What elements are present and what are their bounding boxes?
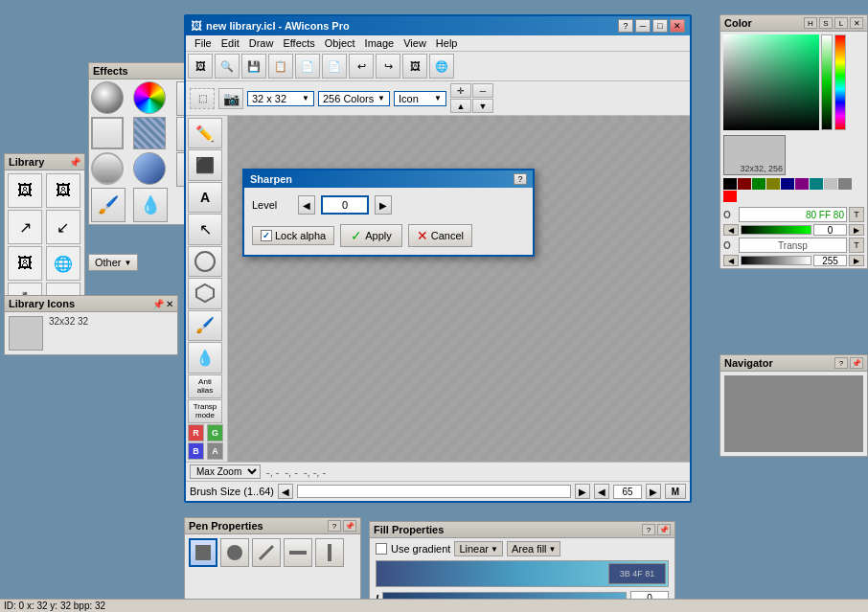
type-dropdown[interactable]: Icon ▼ <box>394 91 446 106</box>
fill-pin-icon[interactable]: 📌 <box>657 524 671 535</box>
swatch-dark-green[interactable] <box>752 178 765 190</box>
tool-fill[interactable]: ⬛ <box>188 149 222 180</box>
channel-r-btn[interactable]: R <box>188 424 204 442</box>
o-btn[interactable]: T <box>849 207 864 222</box>
pen-tool-diagonal[interactable] <box>252 538 281 567</box>
lib-btn-1[interactable]: 🖼 <box>8 173 42 208</box>
level-increment-btn[interactable]: ▶ <box>375 195 392 215</box>
menu-draw[interactable]: Draw <box>244 36 279 50</box>
transp-btn[interactable]: T <box>849 238 864 253</box>
level-decrement-btn[interactable]: ◀ <box>298 195 315 215</box>
lib-icons-close-icon[interactable]: ✕ <box>166 299 173 309</box>
color-btn4[interactable]: ✕ <box>850 17 863 29</box>
brush-m-btn[interactable]: M <box>665 484 686 499</box>
up-arrow-btn[interactable]: ▲ <box>450 99 471 113</box>
toolbar-btn10[interactable]: 🌐 <box>429 54 454 79</box>
tool-anti-alias[interactable]: Antialias <box>188 374 222 398</box>
lib-btn-4[interactable]: ↙ <box>46 210 80 244</box>
swatch-dark-red[interactable] <box>738 178 751 190</box>
effect-btn-1[interactable] <box>91 81 124 114</box>
size-dropdown[interactable]: 32 x 32 ▼ <box>247 91 314 106</box>
o-slider-left-btn[interactable]: ◀ <box>723 224 739 236</box>
tool-hexagon[interactable] <box>188 278 222 308</box>
hue-strip[interactable] <box>834 34 846 130</box>
dialog-help-icon[interactable]: ? <box>514 173 527 185</box>
effect-btn-9[interactable] <box>91 152 124 185</box>
swatch-purple[interactable] <box>795 178 809 190</box>
apply-btn[interactable]: ✓ Apply <box>340 224 402 247</box>
swatch-teal[interactable] <box>810 178 823 190</box>
swatch-gray[interactable] <box>838 178 852 190</box>
tool-text[interactable]: A <box>188 182 222 213</box>
color-btn2[interactable]: S <box>819 17 833 29</box>
effect-btn-14[interactable]: 💧 <box>133 188 168 222</box>
o-slider-right-btn[interactable]: ▶ <box>849 224 864 236</box>
pen-tool-horizontal[interactable] <box>284 538 312 567</box>
pen-tool-circle[interactable] <box>220 538 249 567</box>
channel-a-btn[interactable]: A <box>207 442 223 460</box>
minus-btn[interactable]: ─ <box>472 83 493 98</box>
o-slider[interactable] <box>741 225 811 235</box>
swatch-red[interactable] <box>723 191 737 202</box>
brush-inc-btn[interactable]: ▶ <box>575 484 590 499</box>
channel-b-btn[interactable]: B <box>188 442 204 460</box>
o-value[interactable]: 80 FF 80 <box>739 207 847 222</box>
area-fill-dropdown[interactable]: Area fill ▼ <box>507 541 561 556</box>
lock-alpha-checkbox[interactable]: ✓ <box>261 230 272 241</box>
lib-icons-pin-icon[interactable]: 📌 <box>152 299 164 309</box>
fill-help-icon[interactable]: ? <box>642 524 655 535</box>
swatch-black[interactable] <box>723 178 737 190</box>
pen-pin-icon[interactable]: 📌 <box>343 520 356 532</box>
lib-btn-2[interactable]: 🖼 <box>46 173 80 208</box>
tool-select[interactable]: ↖ <box>188 214 222 244</box>
effect-btn-6[interactable] <box>133 117 166 149</box>
use-gradient-checkbox[interactable] <box>376 543 387 555</box>
pen-tool-vertical[interactable] <box>315 538 344 567</box>
minimize-button[interactable]: ─ <box>635 19 651 33</box>
library-pin-icon[interactable]: 📌 <box>69 157 80 168</box>
tool-dropper[interactable]: 💧 <box>188 342 222 373</box>
toolbar-undo-btn[interactable]: ↩ <box>349 54 374 79</box>
effect-btn-5[interactable] <box>91 117 124 149</box>
level-input[interactable]: 0 <box>321 195 369 215</box>
brush-left-btn[interactable]: ◀ <box>594 484 609 499</box>
toolbar-save-btn[interactable]: 💾 <box>241 54 266 79</box>
menu-edit[interactable]: Edit <box>217 36 244 50</box>
menu-file[interactable]: File <box>190 36 217 50</box>
lock-alpha-btn[interactable]: ✓ Lock alpha <box>252 226 334 245</box>
tool-circle[interactable] <box>188 246 222 277</box>
tool-brush[interactable]: 🖌️ <box>188 310 222 341</box>
transp-slider-right-btn[interactable]: ▶ <box>849 255 864 266</box>
gradient-type-dropdown[interactable]: Linear ▼ <box>454 541 503 556</box>
color-btn1[interactable]: H <box>804 17 817 29</box>
menu-image[interactable]: Image <box>360 36 400 50</box>
camera-btn[interactable]: 📷 <box>218 88 243 109</box>
swatch-navy[interactable] <box>781 178 794 190</box>
toolbar-copy-btn[interactable]: 📋 <box>268 54 293 79</box>
menu-effects[interactable]: Effects <box>278 36 319 50</box>
brush-slider[interactable] <box>297 485 571 498</box>
down-arrow-btn[interactable]: ▼ <box>472 99 493 113</box>
effect-btn-13[interactable]: 🖌️ <box>91 188 126 222</box>
transp-slider[interactable] <box>741 256 811 265</box>
toolbar-btn9[interactable]: 🖼 <box>402 54 427 79</box>
toolbar-btn5[interactable]: 📄 <box>295 54 320 79</box>
toolbar-new-btn[interactable]: 🖼 <box>188 54 213 79</box>
brightness-strip[interactable] <box>821 34 833 130</box>
nav-pin-icon[interactable]: 📌 <box>850 357 863 369</box>
toolbar-btn6[interactable]: 📄 <box>322 54 347 79</box>
menu-view[interactable]: View <box>399 36 431 50</box>
color-gradient-area[interactable] <box>723 34 819 130</box>
menu-object[interactable]: Object <box>320 36 360 50</box>
lib-btn-5[interactable]: 🖼 <box>8 246 42 281</box>
effect-btn-10[interactable] <box>133 152 166 185</box>
select-btn[interactable]: ⬚ <box>190 88 215 109</box>
menu-help[interactable]: Help <box>431 36 463 50</box>
tool-pencil[interactable]: ✏️ <box>188 118 222 148</box>
swatch-olive[interactable] <box>766 178 780 190</box>
toolbar-search-btn[interactable]: 🔍 <box>215 54 240 79</box>
nav-help-icon[interactable]: ? <box>834 357 848 369</box>
brush-dec-btn[interactable]: ◀ <box>278 484 293 499</box>
toolbar-redo-btn[interactable]: ↪ <box>376 54 400 79</box>
color-btn3[interactable]: L <box>834 17 848 29</box>
